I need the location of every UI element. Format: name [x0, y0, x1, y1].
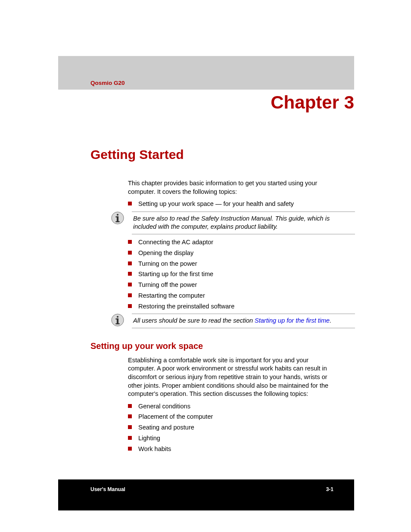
subsection-intro: Establishing a comfortable work site is …: [128, 356, 329, 398]
list-item: Seating and posture: [128, 423, 329, 432]
note-link[interactable]: Starting up for the first time: [255, 317, 330, 324]
svg-rect-9: [115, 324, 119, 324]
svg-rect-3: [115, 216, 118, 217]
header-band: Qosmio G20: [58, 56, 354, 90]
note-block: Be sure also to read the Safety Instruct…: [111, 212, 355, 234]
list-item: Work habits: [128, 445, 329, 454]
list-item: Connecting the AC adaptor: [128, 238, 329, 247]
list-item: Setting up your work space — for your he…: [128, 199, 329, 209]
footer-band: User's Manual 3-1: [58, 479, 354, 510]
topic-list-1: Setting up your work space — for your he…: [128, 199, 329, 209]
list-item: Turning off the power: [128, 280, 329, 290]
note-prefix: All users should be sure to read the sec…: [133, 317, 255, 324]
list-item: Opening the display: [128, 249, 329, 258]
list-item: Lighting: [128, 434, 329, 443]
subsection-title: Setting up your work space: [90, 341, 411, 351]
footer-left: User's Manual: [90, 486, 125, 492]
list-item: Restoring the preinstalled software: [128, 302, 329, 311]
note-block: All users should be sure to read the sec…: [111, 314, 355, 328]
list-item: Turning on the power: [128, 259, 329, 269]
footer-right: 3-1: [326, 486, 333, 492]
svg-rect-8: [115, 319, 118, 320]
list-item: General conditions: [128, 402, 329, 411]
intro-paragraph: This chapter provides basic information …: [128, 179, 329, 196]
svg-rect-4: [115, 221, 119, 222]
list-item: Restarting the computer: [128, 291, 329, 301]
note-text: Be sure also to read the Safety Instruct…: [132, 212, 355, 234]
list-item: Starting up for the first time: [128, 270, 329, 279]
svg-point-1: [117, 214, 118, 215]
topic-list-2: Connecting the AC adaptor Opening the di…: [128, 238, 329, 311]
chapter-title: Chapter 3: [0, 92, 354, 113]
subsection-topic-list: General conditions Placement of the comp…: [128, 402, 329, 454]
info-icon: [111, 212, 124, 224]
list-item: Placement of the computer: [128, 412, 329, 422]
info-icon: [111, 314, 124, 327]
document-page: Qosmio G20 Chapter 3 Getting Started Thi…: [0, 56, 411, 510]
note-text: All users should be sure to read the sec…: [132, 314, 355, 328]
section-title: Getting Started: [90, 147, 411, 162]
svg-point-6: [117, 316, 118, 318]
note-suffix: .: [330, 317, 331, 324]
product-label: Qosmio G20: [90, 80, 125, 86]
